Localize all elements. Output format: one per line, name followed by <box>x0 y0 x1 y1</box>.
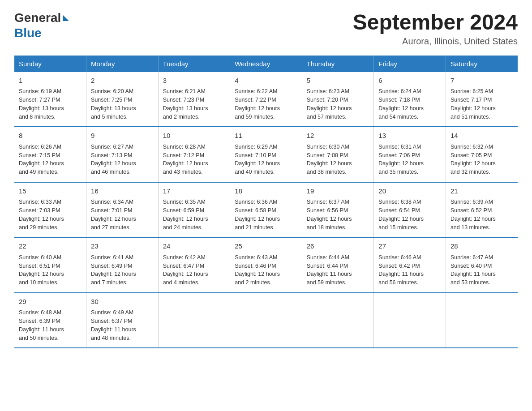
day-number: 7 <box>450 76 513 86</box>
daylight-text-2: and 10 minutes. <box>19 278 82 287</box>
sunrise-text: Sunrise: 6:32 AM <box>450 143 513 151</box>
sunrise-text: Sunrise: 6:20 AM <box>91 87 154 96</box>
calendar-cell: 7Sunrise: 6:25 AMSunset: 7:17 PMDaylight… <box>446 72 518 127</box>
daylight-text-2: and 53 minutes. <box>450 278 513 287</box>
day-number: 11 <box>235 131 297 141</box>
sunrise-text: Sunrise: 6:38 AM <box>378 198 441 206</box>
day-number: 30 <box>91 297 154 307</box>
daylight-text-2: and 29 minutes. <box>19 223 82 232</box>
day-info: Sunrise: 6:34 AMSunset: 7:01 PMDaylight:… <box>91 198 154 231</box>
calendar-cell: 18Sunrise: 6:36 AMSunset: 6:58 PMDayligh… <box>230 182 302 238</box>
day-number: 15 <box>19 186 82 197</box>
day-info: Sunrise: 6:23 AMSunset: 7:20 PMDaylight:… <box>307 87 369 121</box>
calendar-cell: 28Sunrise: 6:47 AMSunset: 6:40 PMDayligh… <box>446 237 518 293</box>
day-info: Sunrise: 6:33 AMSunset: 7:03 PMDaylight:… <box>19 198 82 231</box>
sunset-text: Sunset: 6:56 PM <box>307 206 369 215</box>
daylight-text-2: and 59 minutes. <box>235 113 297 121</box>
daylight-text: Daylight: 12 hours <box>307 104 369 113</box>
day-number: 27 <box>378 241 441 252</box>
daylight-text: Daylight: 11 hours <box>307 270 369 278</box>
day-info: Sunrise: 6:27 AMSunset: 7:13 PMDaylight:… <box>91 143 154 176</box>
calendar-cell: 16Sunrise: 6:34 AMSunset: 7:01 PMDayligh… <box>86 182 159 238</box>
calendar-cell <box>158 293 230 348</box>
daylight-text: Daylight: 12 hours <box>19 270 82 278</box>
calendar-cell: 10Sunrise: 6:28 AMSunset: 7:12 PMDayligh… <box>158 127 230 182</box>
day-number: 3 <box>163 76 226 86</box>
sunset-text: Sunset: 7:06 PM <box>378 151 441 160</box>
day-info: Sunrise: 6:49 AMSunset: 6:37 PMDaylight:… <box>91 308 154 342</box>
calendar-cell: 8Sunrise: 6:26 AMSunset: 7:15 PMDaylight… <box>14 127 86 182</box>
daylight-text-2: and 5 minutes. <box>91 113 154 121</box>
day-number: 26 <box>307 241 369 252</box>
header-day-monday: Monday <box>86 56 159 72</box>
sunrise-text: Sunrise: 6:48 AM <box>19 308 82 317</box>
sunset-text: Sunset: 7:20 PM <box>307 96 369 104</box>
day-number: 21 <box>450 186 513 197</box>
daylight-text: Daylight: 12 hours <box>378 159 441 168</box>
sunrise-text: Sunrise: 6:31 AM <box>378 143 441 151</box>
day-info: Sunrise: 6:20 AMSunset: 7:25 PMDaylight:… <box>91 87 154 121</box>
daylight-text-2: and 13 minutes. <box>450 223 513 232</box>
calendar-cell: 25Sunrise: 6:43 AMSunset: 6:46 PMDayligh… <box>230 237 302 293</box>
sunset-text: Sunset: 7:05 PM <box>450 151 513 160</box>
day-number: 18 <box>235 186 297 197</box>
sunrise-text: Sunrise: 6:22 AM <box>235 87 297 96</box>
daylight-text-2: and 49 minutes. <box>19 168 82 176</box>
daylight-text: Daylight: 11 hours <box>91 325 154 334</box>
logo-text: General <box>14 11 69 25</box>
sunset-text: Sunset: 6:52 PM <box>450 206 513 215</box>
header-day-tuesday: Tuesday <box>158 56 230 72</box>
day-number: 29 <box>19 297 82 307</box>
day-info: Sunrise: 6:48 AMSunset: 6:39 PMDaylight:… <box>19 308 82 342</box>
calendar-cell: 17Sunrise: 6:35 AMSunset: 6:59 PMDayligh… <box>158 182 230 238</box>
daylight-text-2: and 40 minutes. <box>235 168 297 176</box>
main-title: September 2024 <box>353 11 518 34</box>
daylight-text-2: and 2 minutes. <box>163 113 226 121</box>
day-number: 20 <box>378 186 441 197</box>
day-info: Sunrise: 6:19 AMSunset: 7:27 PMDaylight:… <box>19 87 82 121</box>
calendar-cell <box>374 293 446 348</box>
subtitle: Aurora, Illinois, United States <box>353 36 518 47</box>
sunrise-text: Sunrise: 6:28 AM <box>163 143 226 151</box>
sunrise-text: Sunrise: 6:30 AM <box>307 143 369 151</box>
day-number: 28 <box>450 241 513 252</box>
day-number: 14 <box>450 131 513 141</box>
sunrise-text: Sunrise: 6:37 AM <box>307 198 369 206</box>
sunset-text: Sunset: 6:37 PM <box>91 317 154 325</box>
logo-blue-text: Blue <box>14 26 42 40</box>
calendar-cell: 19Sunrise: 6:37 AMSunset: 6:56 PMDayligh… <box>302 182 374 238</box>
header-day-wednesday: Wednesday <box>230 56 302 72</box>
day-number: 19 <box>307 186 369 197</box>
day-number: 5 <box>307 76 369 86</box>
day-info: Sunrise: 6:39 AMSunset: 6:52 PMDaylight:… <box>450 198 513 231</box>
day-info: Sunrise: 6:46 AMSunset: 6:42 PMDaylight:… <box>378 253 441 287</box>
sunset-text: Sunset: 6:49 PM <box>91 262 154 270</box>
day-info: Sunrise: 6:25 AMSunset: 7:17 PMDaylight:… <box>450 87 513 121</box>
sunrise-text: Sunrise: 6:33 AM <box>19 198 82 206</box>
calendar-cell: 3Sunrise: 6:21 AMSunset: 7:23 PMDaylight… <box>158 72 230 127</box>
sunrise-text: Sunrise: 6:35 AM <box>163 198 226 206</box>
calendar-cell: 27Sunrise: 6:46 AMSunset: 6:42 PMDayligh… <box>374 237 446 293</box>
daylight-text-2: and 43 minutes. <box>163 168 226 176</box>
daylight-text: Daylight: 12 hours <box>19 215 82 223</box>
daylight-text: Daylight: 12 hours <box>19 159 82 168</box>
day-number: 25 <box>235 241 297 252</box>
daylight-text: Daylight: 12 hours <box>91 215 154 223</box>
daylight-text: Daylight: 13 hours <box>91 104 154 113</box>
week-row-5: 29Sunrise: 6:48 AMSunset: 6:39 PMDayligh… <box>14 293 518 348</box>
daylight-text-2: and 7 minutes. <box>91 278 154 287</box>
day-number: 1 <box>19 76 82 86</box>
daylight-text: Daylight: 11 hours <box>378 270 441 278</box>
day-info: Sunrise: 6:43 AMSunset: 6:46 PMDaylight:… <box>235 253 297 287</box>
daylight-text-2: and 54 minutes. <box>378 113 441 121</box>
sunset-text: Sunset: 7:08 PM <box>307 151 369 160</box>
daylight-text-2: and 2 minutes. <box>235 278 297 287</box>
header-day-friday: Friday <box>374 56 446 72</box>
daylight-text: Daylight: 11 hours <box>19 325 82 334</box>
daylight-text: Daylight: 12 hours <box>163 159 226 168</box>
day-number: 24 <box>163 241 226 252</box>
daylight-text: Daylight: 12 hours <box>235 104 297 113</box>
day-info: Sunrise: 6:47 AMSunset: 6:40 PMDaylight:… <box>450 253 513 287</box>
sunset-text: Sunset: 7:03 PM <box>19 206 82 215</box>
sunset-text: Sunset: 6:42 PM <box>378 262 441 270</box>
